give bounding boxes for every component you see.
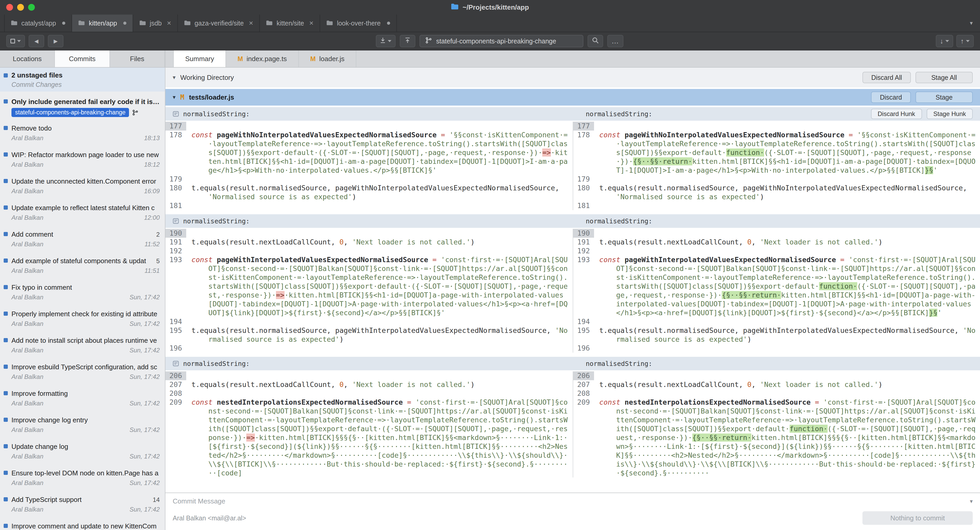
working-directory-bar: ▾ Working Directory Discard All Stage Al… (165, 68, 980, 88)
commit-row[interactable]: Update change logAral BalkanSun, 17:42 (0, 438, 165, 465)
main-tab-loader-js[interactable]: Mloader.js (299, 51, 356, 67)
tab-close-icon[interactable]: × (249, 19, 253, 27)
diff-row[interactable]: 179 (165, 175, 573, 184)
diff-row[interactable]: 209const nestedInterpolationsExpectedNor… (573, 398, 980, 477)
repo-tab-jsdb[interactable]: jsdb× (133, 14, 178, 32)
commit-row[interactable]: Fix typo in commentAral BalkanSun, 17:42 (0, 279, 165, 306)
commit-panel-toggle-button[interactable] (6, 35, 25, 47)
sidebar-tab-commits[interactable]: Commits (55, 51, 110, 67)
repo-tab-kitten-site[interactable]: kitten/site× (260, 14, 320, 32)
search-button[interactable] (587, 35, 603, 47)
close-window-button[interactable] (6, 4, 13, 11)
commit-row[interactable]: Improve formattingAral BalkanSun, 17:42 (0, 385, 165, 412)
diff-row[interactable]: 196 (165, 344, 573, 353)
hunk-icon (173, 111, 179, 117)
commit-row[interactable]: Add example of stateful components & upd… (0, 253, 165, 279)
diff-row[interactable]: 180t.equals(result.normalisedSource, pag… (165, 184, 573, 201)
unstaged-files-item[interactable]: 2 unstaged files Commit Changes (0, 68, 165, 92)
diff-row[interactable]: 207t.equals(result.nextLoadCallCount, 0,… (573, 380, 980, 389)
commit-row[interactable]: Improve comment and update to new Kitten… (0, 518, 165, 530)
line-number: 177 (165, 122, 186, 131)
repo-tab-catalyst-app[interactable]: catalyst/app (4, 14, 72, 32)
tab-overflow-chevron-icon[interactable]: ▾ (970, 20, 973, 27)
disclosure-triangle-icon[interactable]: ▾ (173, 75, 175, 80)
pull-button[interactable]: ↓ (936, 35, 953, 47)
commit-row[interactable]: Add comment2Aral Balkan11:52 (0, 226, 165, 253)
commit-expand-chevron-icon[interactable]: ▾ (970, 498, 973, 505)
diff-row[interactable]: 193const pageWithInterpolatedValuesExpec… (165, 255, 573, 317)
diff-row[interactable]: 195t.equals(result.normalisedSource, pag… (165, 326, 573, 344)
diff-row[interactable]: 181 (573, 201, 980, 210)
commit-row[interactable]: Add note to install script about places … (0, 333, 165, 359)
diff-row[interactable]: 195t.equals(result.normalisedSource, pag… (573, 326, 980, 344)
back-button[interactable]: ◀ (29, 35, 44, 47)
commit-title: Improve esbuild TypeScript configuration… (11, 363, 160, 371)
sidebar-tab-files[interactable]: Files (110, 51, 165, 67)
repo-tab-look-over-there[interactable]: look-over-there (320, 14, 397, 32)
forward-button[interactable]: ▶ (48, 35, 64, 47)
diff-row[interactable]: 193const pageWithInterpolatedValuesExpec… (573, 255, 980, 317)
pull-mini-button[interactable] (376, 35, 396, 47)
push-button[interactable]: ↑ (956, 35, 974, 47)
diff-row[interactable]: 190 (573, 229, 980, 238)
diff-row[interactable]: 178const pageWithNoInterpolatedValuesExp… (573, 131, 980, 175)
stage-hunk-button[interactable]: Stage Hunk (927, 109, 973, 119)
file-row[interactable]: ▾ M tests/loader.js Discard Stage (165, 89, 980, 106)
diff-row[interactable]: 196 (573, 344, 980, 353)
tab-close-icon[interactable]: × (309, 19, 313, 27)
main-tab-summary[interactable]: Summary (173, 51, 226, 67)
disclosure-triangle-icon[interactable]: ▾ (173, 94, 175, 100)
commit-row[interactable]: Properly implement check for existing id… (0, 306, 165, 333)
discard-hunk-button[interactable]: Discard Hunk (871, 109, 922, 119)
branch-selector[interactable]: stateful-components-api-breaking-change (420, 35, 583, 47)
more-options-button[interactable]: … (607, 35, 624, 47)
diff-row[interactable]: 180t.equals(result.normalisedSource, pag… (573, 184, 980, 201)
commit-row[interactable]: Update the unconnected kitten.Component … (0, 173, 165, 200)
commit-row[interactable]: WIP: Refactor markdown page loader to us… (0, 147, 165, 173)
repo-tab-gaza-verified-site[interactable]: gaza-verified/site× (178, 14, 260, 32)
diff-row[interactable]: 192 (165, 247, 573, 255)
commit-row[interactable]: Update example to reflect latest statefu… (0, 200, 165, 226)
minimize-window-button[interactable] (17, 4, 24, 11)
diff-row[interactable]: 208 (573, 389, 980, 398)
branch-pill[interactable]: stateful-components-api-breaking-change (11, 108, 129, 117)
diff-row[interactable]: 209const nestedInterpolationsExpectedNor… (165, 398, 573, 477)
commit-row[interactable]: Improve change log entryAral BalkanSun, … (0, 412, 165, 438)
repo-tab-kitten-app[interactable]: kitten/app (72, 14, 133, 32)
discard-all-button[interactable]: Discard All (862, 72, 911, 83)
stage-all-button[interactable]: Stage All (915, 72, 973, 83)
diff-row[interactable]: 194 (165, 317, 573, 326)
diff-row[interactable]: 177 (165, 122, 573, 131)
diff-row[interactable]: 194 (573, 317, 980, 326)
code-line: t.equals(result.nextLoadCallCount, 0, 'N… (594, 380, 980, 389)
main-tab-index-page-ts[interactable]: Mindex.page.ts (226, 51, 299, 67)
diff-row[interactable]: 181 (165, 201, 573, 210)
diff-row[interactable]: 192 (573, 247, 980, 255)
diff-row[interactable]: 190 (165, 229, 573, 238)
diff-row[interactable]: 207t.equals(result.nextLoadCallCount, 0,… (165, 380, 573, 389)
diff-row[interactable]: 191t.equals(result.nextLoadCallCount, 0,… (573, 238, 980, 247)
sidebar-tab-locations[interactable]: Locations (0, 51, 55, 67)
push-mini-button[interactable] (400, 35, 415, 47)
diff-row[interactable]: 206 (573, 371, 980, 380)
commit-row[interactable]: Improve esbuild TypeScript configuration… (0, 359, 165, 385)
diff-row[interactable]: 191t.equals(result.nextLoadCallCount, 0,… (165, 238, 573, 247)
commit-row[interactable]: Add TypeScript support14Aral BalkanSun, … (0, 492, 165, 518)
nothing-to-commit-button[interactable]: Nothing to commit (862, 511, 973, 525)
diff-row[interactable]: 179 (573, 175, 980, 184)
discard-file-button[interactable]: Discard (871, 92, 911, 103)
zoom-window-button[interactable] (28, 4, 35, 11)
commit-row[interactable]: Only include generated fail early code i… (0, 94, 165, 120)
commit-message-input[interactable]: Commit Message (173, 497, 225, 505)
stage-file-button[interactable]: Stage (915, 92, 973, 103)
tab-close-icon[interactable]: × (167, 19, 171, 27)
diff-row[interactable]: 206 (165, 371, 573, 380)
diff-row[interactable]: 177 (573, 122, 980, 131)
line-number: 191 (573, 238, 594, 247)
commit-row[interactable]: Ensure top-level DOM node on kitten.Page… (0, 465, 165, 492)
repo-tab-label: jsdb (150, 19, 162, 27)
commit-title: Only include generated fail early code i… (11, 98, 160, 106)
commit-row[interactable]: Remove todoAral Balkan18:13 (0, 120, 165, 147)
diff-row[interactable]: 208 (165, 389, 573, 398)
diff-row[interactable]: 178const pageWithNoInterpolatedValuesExp… (165, 131, 573, 175)
